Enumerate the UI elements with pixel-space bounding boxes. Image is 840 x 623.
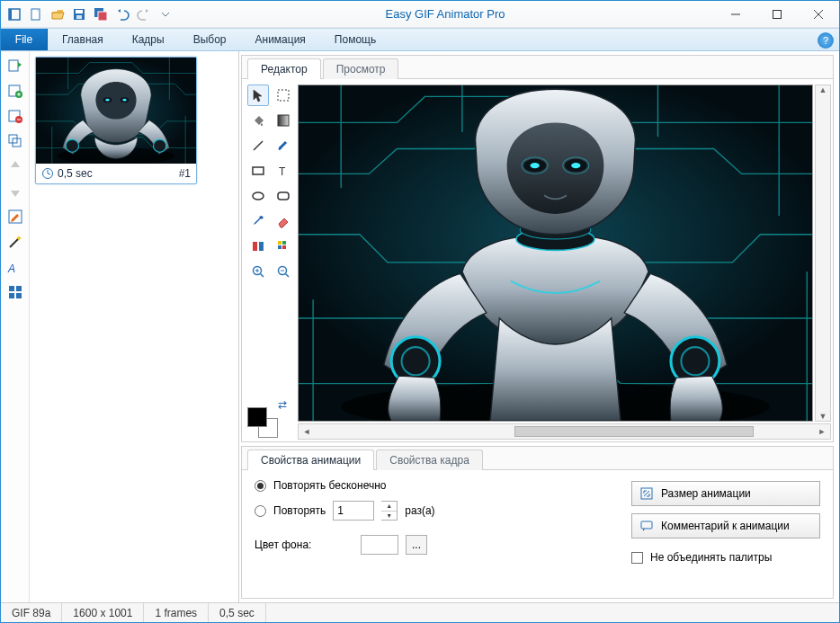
qa-new-icon[interactable] (26, 4, 46, 24)
no-merge-checkbox[interactable]: Не объединять палитры (631, 551, 820, 564)
svg-rect-41 (278, 192, 289, 200)
menu-home[interactable]: Главная (48, 29, 118, 50)
clock-icon (41, 167, 54, 180)
editor-panel: Редактор Просмотр T (241, 55, 834, 442)
qa-dropdown-icon[interactable] (156, 4, 175, 24)
qa-open-icon[interactable] (48, 4, 67, 24)
svg-point-40 (253, 192, 264, 200)
qa-app-icon[interactable] (4, 4, 24, 24)
svg-rect-25 (16, 293, 22, 298)
side-insert-frame-icon[interactable] (4, 55, 26, 76)
repeat-count-spinner[interactable]: ▲▼ (381, 501, 398, 521)
status-time: 0,5 sec (209, 603, 266, 622)
anim-size-button[interactable]: Размер анимации (631, 481, 820, 506)
tool-zoom-in-icon[interactable] (247, 261, 269, 282)
repeat-forever-radio[interactable]: Повторять бесконечно (255, 479, 613, 492)
frame-card[interactable]: 0,5 sec #1 (35, 57, 197, 184)
svg-point-30 (105, 99, 109, 102)
tool-gradient-icon[interactable] (273, 110, 294, 131)
svg-point-32 (66, 139, 78, 152)
tool-fill-icon[interactable] (247, 110, 269, 131)
svg-rect-45 (282, 241, 286, 245)
tab-anim-props[interactable]: Свойства анимации (247, 449, 374, 470)
side-move-up-icon (4, 156, 26, 177)
tool-text-icon[interactable]: T (273, 160, 294, 182)
tool-palette-icon[interactable] (273, 236, 294, 257)
vertical-scrollbar[interactable]: ▲▼ (815, 85, 831, 422)
close-button[interactable] (798, 1, 839, 28)
swap-colors-icon[interactable]: ⇄ (278, 398, 287, 411)
qa-saveall-icon[interactable] (91, 4, 111, 24)
tool-rect-icon[interactable] (247, 160, 269, 182)
tool-brush-icon[interactable] (273, 135, 294, 156)
side-add-frame-icon[interactable] (4, 80, 26, 102)
tab-editor[interactable]: Редактор (247, 58, 321, 79)
svg-rect-36 (278, 115, 289, 126)
horizontal-scrollbar[interactable]: ◄ ► (298, 423, 831, 440)
canvas[interactable] (298, 85, 813, 422)
menu-selection[interactable]: Выбор (179, 29, 241, 50)
foreground-color[interactable] (247, 407, 267, 427)
tool-pointer-icon[interactable] (247, 85, 269, 106)
repeat-count-radio[interactable]: Повторять (255, 504, 326, 517)
bgcolor-swatch[interactable] (361, 535, 398, 555)
svg-rect-24 (9, 293, 14, 298)
minimize-button[interactable] (715, 1, 756, 28)
svg-rect-35 (278, 90, 289, 101)
status-dims: 1600 x 1001 (62, 603, 144, 622)
svg-rect-44 (278, 241, 281, 245)
anim-comment-button[interactable]: Комментарий к анимации (631, 513, 820, 538)
side-edit-icon[interactable] (4, 206, 26, 227)
quick-access (1, 4, 175, 24)
tool-ellipse-icon[interactable] (247, 185, 269, 207)
properties-tabs: Свойства анимации Свойства кадра (242, 447, 833, 470)
maximize-button[interactable] (756, 1, 798, 28)
frame-index: #1 (179, 167, 191, 180)
menu-help[interactable]: Помощь (320, 29, 390, 50)
tool-eyedrop-icon[interactable] (247, 210, 269, 232)
qa-undo-icon[interactable] (112, 4, 132, 24)
menu-animation[interactable]: Анимация (241, 29, 320, 50)
side-tiles-icon[interactable] (4, 281, 26, 303)
tool-zoom-out-icon[interactable] (273, 261, 294, 282)
side-wand-icon[interactable] (4, 231, 26, 253)
status-format: GIF 89a (1, 603, 62, 622)
svg-point-62 (571, 163, 580, 168)
menu-frames[interactable]: Кадры (118, 29, 179, 50)
side-duplicate-icon[interactable] (4, 130, 26, 152)
svg-point-31 (122, 99, 126, 102)
frame-thumbnail (36, 58, 196, 164)
repeat-count-input[interactable] (333, 501, 374, 521)
svg-rect-42 (253, 242, 257, 251)
help-icon[interactable]: ? (818, 32, 834, 49)
properties-panel: Свойства анимации Свойства кадра Повторя… (241, 446, 834, 599)
status-frames: 1 frames (144, 603, 209, 622)
file-menu-button[interactable]: File (1, 29, 48, 50)
side-move-down-icon (4, 181, 26, 202)
tab-preview[interactable]: Просмотр (323, 58, 399, 79)
side-text-icon[interactable]: A (4, 256, 26, 278)
editor-body: T ⇄ (242, 79, 833, 441)
svg-rect-46 (278, 245, 281, 249)
frame-meta: 0,5 sec #1 (36, 164, 196, 183)
svg-rect-1 (9, 9, 12, 20)
tool-marquee-icon[interactable] (273, 85, 294, 106)
bgcolor-pick-button[interactable]: ... (406, 535, 427, 555)
repeat-label: Повторять (273, 504, 326, 517)
qa-save-icon[interactable] (69, 4, 89, 24)
tool-line-icon[interactable] (247, 135, 269, 156)
color-swatch: ⇄ (247, 402, 289, 441)
comment-icon (639, 519, 654, 533)
svg-line-53 (286, 274, 290, 278)
main-body: A (1, 51, 839, 602)
side-delete-frame-icon[interactable] (4, 105, 26, 127)
tool-flip-icon[interactable] (247, 236, 269, 257)
tool-roundrect-icon[interactable] (273, 185, 294, 207)
tab-frame-props[interactable]: Свойства кадра (376, 449, 483, 470)
frames-pane: 0,5 sec #1 (30, 51, 239, 602)
app-title: Easy GIF Animator Pro (175, 7, 715, 21)
svg-text:T: T (279, 165, 286, 178)
svg-rect-47 (282, 245, 286, 249)
qa-redo-icon[interactable] (134, 4, 154, 24)
tool-eraser-icon[interactable] (273, 210, 294, 232)
